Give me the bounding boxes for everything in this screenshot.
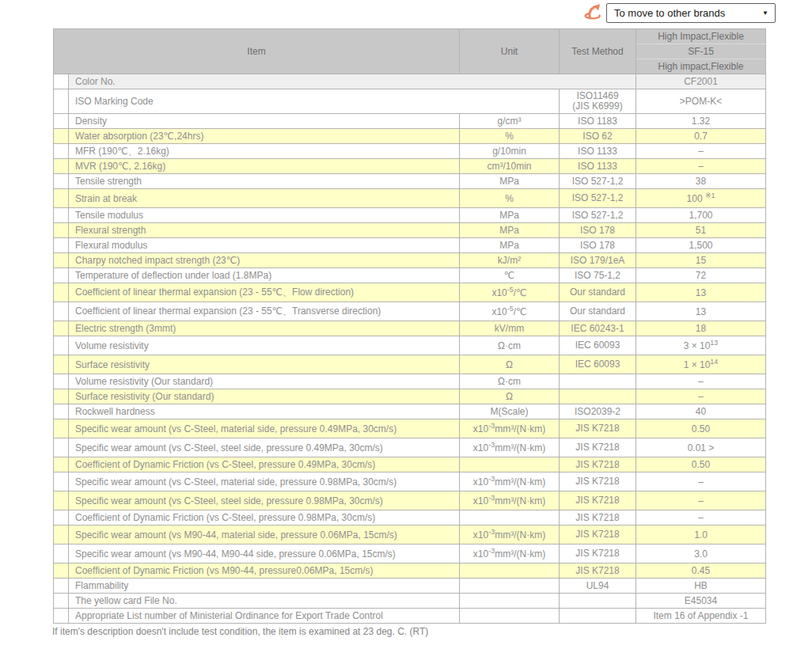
curved-arrow-icon[interactable] xyxy=(582,2,604,24)
test-method-cell: ISO 1183 xyxy=(560,114,636,129)
table-row: Specific wear amount (vs C-Steel, steel … xyxy=(54,491,766,510)
test-method-cell: ISO 179/1eA xyxy=(560,253,636,268)
value-cell: CF2001 xyxy=(636,74,766,89)
brand-select[interactable]: To move to other brands xyxy=(606,3,776,23)
table-row: Coefficient of Dynamic Friction (vs C-St… xyxy=(54,457,766,472)
value-cell: 0.50 xyxy=(636,419,766,438)
value-cell: – xyxy=(636,510,766,525)
test-method-cell: IEC 60243-1 xyxy=(560,321,636,336)
test-method-cell: JIS K7218 xyxy=(560,438,636,457)
unit-cell xyxy=(460,579,560,594)
table-row: Volume resistivity (Our standard)Ω·cm– xyxy=(54,374,766,389)
test-method-cell xyxy=(560,609,636,624)
value-cell: Item 16 of Appendix -1 xyxy=(636,609,766,624)
top-bar: To move to other brands ▼ xyxy=(0,0,812,27)
item-cell: Surface resistivity xyxy=(69,355,460,374)
properties-table: Item Unit Test Method High Impact,Flexib… xyxy=(53,28,766,624)
row-indent-cell xyxy=(54,438,69,457)
table-header: Item Unit Test Method High Impact,Flexib… xyxy=(54,29,766,74)
row-indent-cell xyxy=(54,321,69,336)
unit-cell: Ω xyxy=(460,389,560,404)
row-indent-cell xyxy=(54,74,69,89)
superscript: 14 xyxy=(710,358,718,366)
unit-cell: x10-3mm³/(N·km) xyxy=(460,525,560,544)
test-method-cell: ISO11469 (JIS K6999) xyxy=(560,89,636,114)
value-cell: 1,700 xyxy=(636,208,766,223)
test-method-cell xyxy=(560,374,636,389)
superscript: -3 xyxy=(488,441,495,449)
unit-cell: Ω·cm xyxy=(460,374,560,389)
page: To move to other brands ▼ Item Unit Test… xyxy=(0,0,812,645)
item-cell: MVR (190℃, 2.16kg) xyxy=(69,159,460,174)
test-method-cell: ISO 178 xyxy=(560,238,636,253)
value-cell: 100 ※1 xyxy=(636,189,766,208)
item-cell: Specific wear amount (vs C-Steel, steel … xyxy=(69,438,460,457)
item-cell: Coefficient of linear thermal expansion … xyxy=(69,283,460,302)
test-method-cell: Our standard xyxy=(560,302,636,321)
column-header-item: Item xyxy=(54,29,460,74)
item-cell: Strain at break xyxy=(69,189,460,208)
row-indent-cell xyxy=(54,579,69,594)
table-row: ISO Marking CodeISO11469 (JIS K6999)>POM… xyxy=(54,89,766,114)
item-cell: ISO Marking Code xyxy=(69,89,560,114)
test-method-cell xyxy=(560,594,636,609)
row-indent-cell xyxy=(54,594,69,609)
table-row: Charpy notched impact strength (23℃)kJ/m… xyxy=(54,253,766,268)
value-cell: – xyxy=(636,159,766,174)
value-cell: 15 xyxy=(636,253,766,268)
item-cell: Rockwell hardness xyxy=(69,404,460,419)
test-method-cell: ISO 1133 xyxy=(560,159,636,174)
test-method-cell: ISO 1133 xyxy=(560,144,636,159)
test-method-cell: JIS K7218 xyxy=(560,510,636,525)
row-indent-cell xyxy=(54,374,69,389)
value-cell: – xyxy=(636,144,766,159)
superscript: ※1 xyxy=(705,192,715,199)
row-indent-cell xyxy=(54,544,69,563)
table-row: Specific wear amount (vs C-Steel, steel … xyxy=(54,438,766,457)
value-cell: 0.45 xyxy=(636,563,766,579)
unit-cell: MPa xyxy=(460,223,560,238)
table-row: Coefficient of linear thermal expansion … xyxy=(54,302,766,321)
unit-cell: x10-3mm³/(N·km) xyxy=(460,491,560,510)
unit-cell: MPa xyxy=(460,208,560,223)
value-cell: E45034 xyxy=(636,594,766,609)
row-indent-cell xyxy=(54,129,69,144)
row-indent-cell xyxy=(54,336,69,355)
row-indent-cell xyxy=(54,114,69,129)
item-cell: Coefficient of Dynamic Friction (vs C-St… xyxy=(69,510,460,525)
row-indent-cell xyxy=(54,457,69,472)
test-method-cell: JIS K7218 xyxy=(560,419,636,438)
row-indent-cell xyxy=(54,563,69,579)
value-cell: 1.32 xyxy=(636,114,766,129)
value-cell: 13 xyxy=(636,302,766,321)
item-cell: Electric strength (3mmt) xyxy=(69,321,460,336)
item-cell: Tensile modulus xyxy=(69,208,460,223)
test-method-cell: ISO2039-2 xyxy=(560,404,636,419)
unit-cell: MPa xyxy=(460,174,560,189)
superscript: -5 xyxy=(507,305,514,313)
row-indent-cell xyxy=(54,404,69,419)
test-method-cell: ISO 75-1,2 xyxy=(560,268,636,283)
unit-cell: x10-3mm³/(N·km) xyxy=(460,419,560,438)
unit-cell: x10-3mm³/(N·km) xyxy=(460,544,560,563)
item-cell: Volume resistivity xyxy=(69,336,460,355)
value-cell: – xyxy=(636,389,766,404)
table-row: Coefficient of linear thermal expansion … xyxy=(54,283,766,302)
item-cell: Flexural modulus xyxy=(69,238,460,253)
item-cell: Specific wear amount (vs C-Steel, steel … xyxy=(69,491,460,510)
row-indent-cell xyxy=(54,174,69,189)
unit-cell: Ω·cm xyxy=(460,336,560,355)
table-row: MVR (190℃, 2.16kg)cm³/10minISO 1133– xyxy=(54,159,766,174)
footnote: If item's description doesn't include te… xyxy=(52,626,428,637)
test-method-cell: JIS K7218 xyxy=(560,491,636,510)
table-row: Tensile modulusMPaISO 527-1,21,700 xyxy=(54,208,766,223)
value-cell: >POM-K< xyxy=(636,89,766,114)
superscript: -3 xyxy=(488,475,495,483)
table-row: Appropriate List number of Ministerial O… xyxy=(54,609,766,624)
test-method-cell: ISO 62 xyxy=(560,129,636,144)
unit-cell: g/cm³ xyxy=(460,114,560,129)
table-row: Specific wear amount (vs M90-44, M90-44 … xyxy=(54,544,766,563)
unit-cell: kJ/m² xyxy=(460,253,560,268)
test-method-cell: ISO 527-1,2 xyxy=(560,174,636,189)
table-row: Coefficient of Dynamic Friction (vs M90-… xyxy=(54,563,766,579)
